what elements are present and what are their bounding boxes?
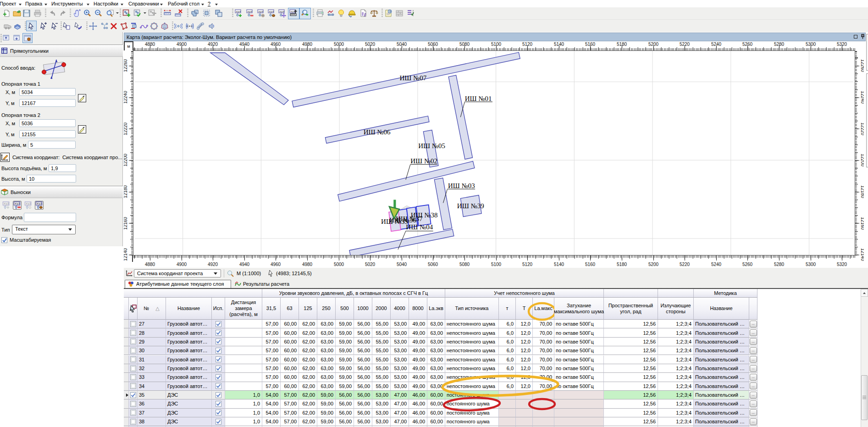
- svg-text:ИШ №39: ИШ №39: [457, 202, 484, 210]
- svg-text:xyz: xyz: [4, 202, 9, 205]
- svg-text:ИШ №06: ИШ №06: [364, 128, 391, 136]
- svg-text:ИШ №02: ИШ №02: [410, 157, 437, 165]
- svg-text:ИШ №01: ИШ №01: [465, 95, 492, 102]
- svg-text:xyz: xyz: [15, 202, 20, 205]
- svg-text:ИШ №38: ИШ №38: [411, 211, 438, 219]
- svg-text:xyz: xyz: [269, 10, 274, 13]
- svg-text:xyz: xyz: [37, 202, 42, 205]
- svg-text:ИШ №03: ИШ №03: [448, 182, 475, 189]
- svg-text:xyz: xyz: [280, 10, 285, 13]
- svg-text:xyz: xyz: [236, 10, 241, 13]
- svg-text:xyz: xyz: [259, 10, 264, 13]
- svg-text:ИШ №07: ИШ №07: [399, 74, 426, 82]
- svg-text:ИШ №05: ИШ №05: [418, 142, 445, 150]
- svg-text:xyz: xyz: [26, 202, 31, 205]
- svg-text:xyz: xyz: [248, 10, 253, 13]
- svg-text:ИШ №04: ИШ №04: [406, 223, 433, 231]
- svg-text:xyz: xyz: [291, 10, 296, 13]
